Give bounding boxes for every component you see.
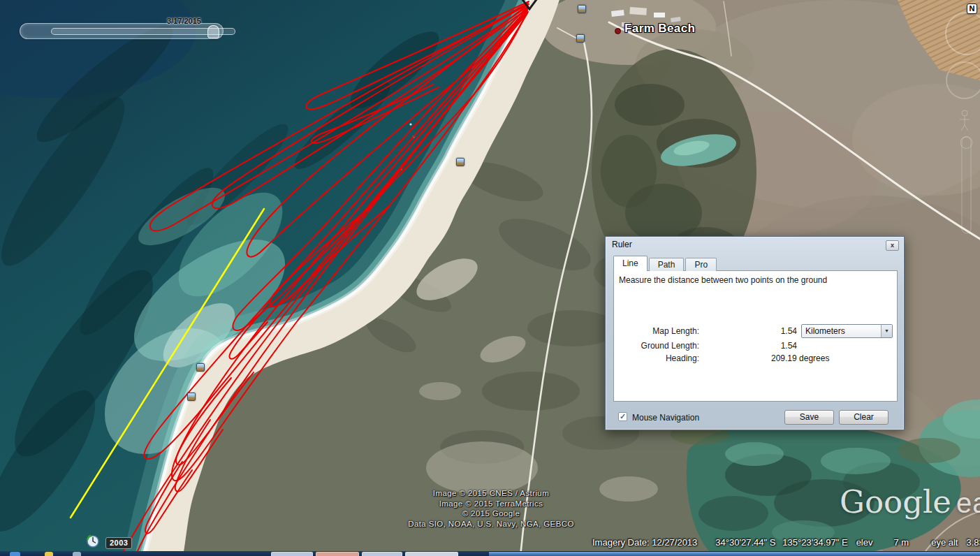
heading-label: Heading: [615,353,699,363]
ruler-titlebar[interactable]: Ruler x [606,237,904,254]
taskbar-window-button[interactable] [271,552,313,556]
map-length-label: Map Length: [615,326,699,336]
ground-length-label: Ground Length: [615,341,699,351]
taskbar-icon[interactable] [45,552,53,556]
chevron-down-icon[interactable]: ▼ [881,325,892,337]
unit-dropdown[interactable]: Kilometers ▼ [801,324,893,338]
taskbar-glass[interactable] [489,551,980,556]
ruler-description: Measure the distance between two points … [619,275,827,285]
longitude: 135°23'34.97" E [782,537,847,548]
placemark-label: Farm Beach [624,22,695,36]
taskbar-icon[interactable] [73,552,81,556]
latitude: 34°30'27.44" S [715,537,775,548]
placemark-farm-beach[interactable]: Farm Beach [615,22,695,36]
mouse-navigation-label: Mouse Navigation [632,413,699,423]
ruler-dialog: Ruler x Line Path Pro Measure the distan… [605,236,905,430]
elev-value: 7 m [893,537,909,548]
taskbar-window-button[interactable] [316,552,359,556]
ruler-tabs: Line Path Pro [613,256,718,271]
status-bar: Imagery Date: 12/27/2013 34°30'27.44" S … [592,536,980,548]
map-length-value: 1.54 [755,326,797,336]
logo-product: earth [956,488,980,519]
photo-icon[interactable] [456,158,465,166]
timeline-handle[interactable] [207,25,219,38]
windows-taskbar[interactable] [0,551,980,556]
mouse-navigation-checkbox[interactable]: ✓ [618,412,627,421]
google-earth-viewport: 3/17/2015 Farm Beach N Ruler x Line Path… [0,0,980,556]
compass-north-button[interactable]: N [967,3,977,14]
eye-alt-value: 3.83 km [966,537,980,548]
taskbar-window-button[interactable] [405,552,458,556]
tab-pro[interactable]: Pro [685,258,717,271]
imagery-attribution: Image © 2015 CNES / Astrium Image © 2015… [376,488,606,529]
logo-brand: Google [840,483,951,520]
unit-dropdown-selected: Kilometers [805,326,845,336]
elev-label: elev [856,537,873,548]
timeline-date-label: 3/17/2015 [167,17,201,25]
track-year-badge[interactable]: 2003 [105,537,132,549]
photo-icon[interactable] [196,363,205,372]
attribution-line: Image © 2015 TerraMetrics [376,499,606,509]
attribution-line: Data SIO, NOAA, U.S. Navy, NGA, GEBCO [376,519,606,529]
photo-icon[interactable] [578,5,586,13]
clear-button[interactable]: Clear [839,410,888,425]
save-button[interactable]: Save [784,410,834,425]
ruler-title: Ruler [612,240,632,249]
tab-path[interactable]: Path [649,258,685,271]
photo-icon[interactable] [187,393,196,401]
start-orb-icon[interactable] [10,552,20,556]
google-earth-logo: Google earth [840,483,980,520]
imagery-date: Imagery Date: 12/27/2013 [592,537,697,548]
timeline-slider[interactable]: 3/17/2015 [20,23,224,39]
heading-value: 209.19 degrees [771,353,829,363]
close-icon[interactable]: x [886,240,899,251]
history-clock-icon[interactable] [85,534,101,552]
photo-icon[interactable] [576,34,585,43]
tab-line[interactable]: Line [613,256,648,271]
ground-length-value: 1.54 [755,341,797,351]
attribution-line: © 2015 Google [376,509,606,519]
placemark-dot-icon[interactable] [615,28,621,34]
taskbar-window-button[interactable] [362,552,402,556]
eye-alt-label: eye alt [931,537,958,548]
attribution-line: Image © 2015 CNES / Astrium [376,488,606,499]
